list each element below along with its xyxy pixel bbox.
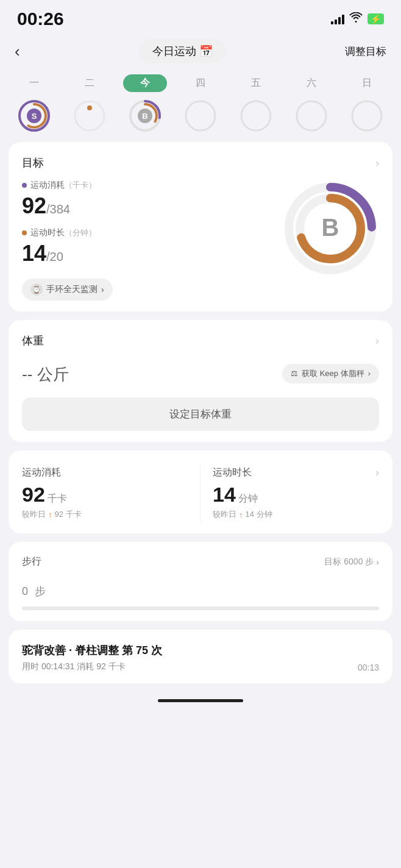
- day-circle-thu[interactable]: [179, 98, 222, 133]
- energy-up-icon: ↑: [48, 510, 52, 519]
- duration-stats-header: 运动时长 ›: [213, 466, 379, 479]
- signal-icon: [331, 13, 344, 24]
- status-icons: ⚡: [331, 12, 384, 26]
- energy-stats-header: 运动消耗: [22, 466, 188, 479]
- energy-label-text: 运动消耗（千卡）: [30, 180, 96, 191]
- week-days-row: 一 二 今 四 五 六 日: [6, 74, 395, 92]
- nav-title: 今日运动 📅: [139, 39, 226, 63]
- day-circle-fri[interactable]: [234, 98, 278, 133]
- energy-label: 运动消耗（千卡）: [22, 180, 282, 191]
- weekday-thu[interactable]: 四: [179, 77, 222, 90]
- status-time: 00:26: [17, 9, 64, 29]
- duration-up-icon: ↑: [239, 510, 243, 519]
- weekday-sat[interactable]: 六: [289, 77, 333, 90]
- bracelet-chevron-icon: ›: [101, 285, 104, 294]
- back-button[interactable]: ‹: [15, 42, 20, 61]
- duration-dot: [22, 230, 27, 235]
- get-scale-button[interactable]: ⚖ 获取 Keep 体脂秤 ›: [282, 364, 379, 383]
- nav-bar: ‹ 今日运动 📅 调整目标: [0, 33, 401, 71]
- status-bar: 00:26 ⚡: [0, 0, 401, 33]
- activity-card[interactable]: 驼背改善 · 脊柱调整 第 75 次 用时 00:14:31 消耗 92 千卡 …: [9, 630, 392, 683]
- duration-stats-col: 运动时长 › 14 分钟 较昨日 ↑ 14 分钟: [200, 464, 379, 522]
- weekday-fri[interactable]: 五: [234, 77, 278, 90]
- svg-text:S: S: [31, 112, 37, 121]
- weekday-today[interactable]: 今: [123, 74, 167, 92]
- duration-stats-value: 14 分钟: [213, 483, 379, 507]
- day-circle-sun[interactable]: [345, 98, 389, 133]
- energy-stats-value: 92 千卡: [22, 483, 188, 507]
- duration-stats-label: 运动时长: [213, 466, 252, 479]
- scale-chevron-icon: ›: [368, 369, 371, 378]
- activity-row: 驼背改善 · 脊柱调整 第 75 次 用时 00:14:31 消耗 92 千卡 …: [22, 643, 379, 672]
- goal-chevron-icon: ›: [375, 157, 379, 169]
- day-circle-sat[interactable]: [289, 98, 333, 133]
- walking-card: 步行 目标 6000 步 › 0 步: [9, 542, 392, 621]
- weekday-sun[interactable]: 日: [345, 77, 389, 90]
- activity-info: 驼背改善 · 脊柱调整 第 75 次 用时 00:14:31 消耗 92 千卡: [22, 643, 162, 672]
- stats-grid: 运动消耗 92 千卡 较昨日 ↑ 92 千卡 运动时长 › 14 分钟 较昨日: [22, 464, 379, 522]
- energy-stats-label: 运动消耗: [22, 466, 61, 479]
- duration-chevron-icon: ›: [375, 466, 379, 479]
- energy-compare: 较昨日 ↑ 92 千卡: [22, 509, 188, 520]
- energy-value: 92/384: [22, 193, 282, 219]
- day-circle-today[interactable]: B: [123, 98, 167, 133]
- energy-stats-col: 运动消耗 92 千卡 较昨日 ↑ 92 千卡: [22, 464, 200, 522]
- weight-value: -- 公斤: [22, 364, 69, 385]
- svg-point-6: [87, 105, 92, 110]
- stats-card: 运动消耗 92 千卡 较昨日 ↑ 92 千卡 运动时长 › 14 分钟 较昨日: [9, 450, 392, 533]
- duration-value: 14/20: [22, 241, 282, 266]
- battery-icon: ⚡: [367, 13, 384, 24]
- walking-steps: 0 步: [22, 574, 379, 600]
- get-scale-label: 获取 Keep 体脂秤: [302, 368, 364, 379]
- walking-title: 步行: [22, 555, 41, 568]
- weekday-tue[interactable]: 二: [68, 77, 112, 90]
- home-bar: [158, 699, 243, 702]
- day-circle-tue[interactable]: [68, 98, 112, 133]
- walking-header: 步行 目标 6000 步 ›: [22, 555, 379, 568]
- weight-card: 体重 › -- 公斤 ⚖ 获取 Keep 体脂秤 › 设定目标体重: [9, 320, 392, 442]
- week-circles-row: S B: [6, 98, 395, 133]
- adjust-goal-button[interactable]: 调整目标: [345, 44, 386, 59]
- walking-target[interactable]: 目标 6000 步 ›: [324, 557, 379, 567]
- svg-point-12: [186, 101, 215, 130]
- bracelet-label: 手环全天监测: [46, 284, 98, 295]
- duration-compare: 较昨日 ↑ 14 分钟: [213, 509, 379, 520]
- goal-card: 目标 › 运动消耗（千卡） 92/384 运动时长（分钟） 14/20: [9, 142, 392, 311]
- weight-card-title: 体重: [22, 333, 44, 348]
- svg-text:B: B: [142, 112, 147, 121]
- week-selector: 一 二 今 四 五 六 日 S: [0, 71, 401, 142]
- svg-point-13: [241, 101, 271, 130]
- goal-donut-chart: B: [282, 180, 379, 277]
- wifi-icon: [349, 12, 363, 26]
- duration-label-text: 运动时长（分钟）: [30, 227, 96, 238]
- walking-chevron-icon: ›: [376, 557, 379, 567]
- nav-title-text: 今日运动 📅: [152, 44, 213, 59]
- weight-card-header[interactable]: 体重 ›: [22, 333, 379, 348]
- duration-stat: 运动时长（分钟） 14/20: [22, 227, 282, 266]
- walking-progress-bar: [22, 607, 379, 610]
- svg-point-15: [352, 101, 381, 130]
- goal-card-header[interactable]: 目标 ›: [22, 155, 379, 170]
- home-indicator: [0, 692, 401, 707]
- svg-text:B: B: [322, 214, 339, 241]
- bracelet-button[interactable]: ⌚ 手环全天监测 ›: [22, 279, 113, 301]
- bracelet-icon: ⌚: [30, 283, 43, 296]
- weight-row: -- 公斤 ⚖ 获取 Keep 体脂秤 ›: [22, 358, 379, 389]
- goal-stats: 运动消耗（千卡） 92/384 运动时长（分钟） 14/20 ⌚ 手环全天监测 …: [22, 180, 282, 301]
- day-circle-mon[interactable]: S: [12, 98, 56, 133]
- activity-title: 驼背改善 · 脊柱调整 第 75 次: [22, 643, 162, 658]
- set-weight-button[interactable]: 设定目标体重: [22, 397, 379, 431]
- goal-content: 运动消耗（千卡） 92/384 运动时长（分钟） 14/20 ⌚ 手环全天监测 …: [22, 180, 379, 301]
- energy-dot: [22, 183, 27, 188]
- weight-chevron-icon: ›: [375, 335, 379, 347]
- duration-label: 运动时长（分钟）: [22, 227, 282, 238]
- goal-card-title: 目标: [22, 155, 44, 170]
- activity-subtitle: 用时 00:14:31 消耗 92 千卡: [22, 661, 162, 672]
- weekday-mon[interactable]: 一: [12, 77, 56, 90]
- svg-point-14: [297, 101, 326, 130]
- activity-time: 00:13: [358, 663, 379, 672]
- scale-icon: ⚖: [291, 369, 298, 378]
